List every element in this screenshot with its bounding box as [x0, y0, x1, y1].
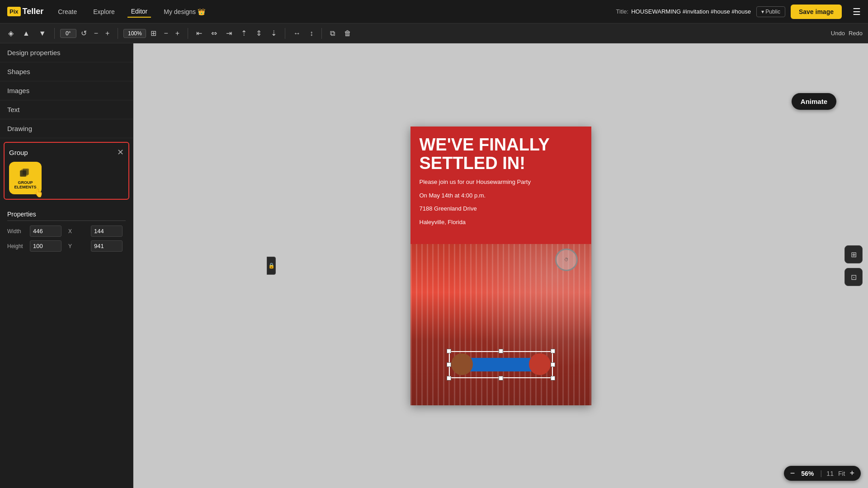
sidebar-item-design-properties[interactable]: Design properties [0, 43, 133, 62]
zoom-input[interactable] [123, 29, 146, 38]
handle-bottom-left[interactable] [447, 376, 451, 380]
x-input[interactable] [91, 225, 123, 237]
y-label: Y [68, 243, 88, 249]
flip-v-button[interactable]: ↕ [307, 28, 316, 39]
rotate-group: ↺ − + [60, 27, 113, 39]
align-top-button[interactable]: ⇡ [238, 27, 250, 39]
zoom-minus-btn[interactable]: − [161, 28, 170, 39]
element-options-button[interactable]: ⊡ [844, 268, 863, 286]
undo-redo-group: Undo Redo [831, 30, 863, 37]
toolbar: ◈ ▲ ▼ ↺ − + ⊞ − + ⇤ ⇔ ⇥ ⇡ ⇕ ⇣ ↔ ↕ ⧉ 🗑 Un… [0, 23, 868, 43]
title-label: Title: [616, 8, 629, 15]
group-panel-title: Group [9, 149, 28, 156]
align-right-button[interactable]: ⇥ [223, 27, 235, 39]
nav-explore[interactable]: Explore [90, 6, 118, 17]
align-bottom-button[interactable]: ⇣ [268, 27, 279, 39]
width-input[interactable] [30, 225, 61, 237]
zoom-bar: − 56% | 11 Fit + [784, 466, 861, 481]
rotate-input[interactable] [60, 29, 76, 38]
sidebar-item-text[interactable]: Text [0, 100, 133, 119]
title-value: HOUSEWARMING #invitation #house #house [631, 8, 751, 15]
clock-decoration: ⏱ [555, 249, 578, 271]
sidebar: Design properties Shapes Images Text Dra… [0, 43, 133, 488]
sidebar-item-shapes[interactable]: Shapes [0, 62, 133, 81]
main-layout: Design properties Shapes Images Text Dra… [0, 43, 868, 488]
menu-icon[interactable]: ☰ [853, 6, 861, 17]
height-label: Height [7, 243, 27, 249]
properties-title: Properties [7, 211, 126, 221]
group-circle-left [451, 353, 473, 375]
poster-detail-line2: 7188 Greenland Drive [420, 204, 582, 213]
handle-bottom-middle[interactable] [499, 376, 503, 380]
zoom-plus-btn[interactable]: + [173, 28, 182, 39]
zoom-out-button[interactable]: − [790, 469, 795, 478]
nav-mydesigns[interactable]: My designs 👑 [160, 6, 209, 17]
width-row: Width [7, 225, 65, 237]
move-up-button[interactable]: ▲ [20, 28, 33, 39]
redo-button[interactable]: Redo [849, 30, 863, 37]
handle-top-left[interactable] [447, 349, 451, 353]
logo-text: Teller [23, 7, 44, 16]
height-row: Height [7, 240, 65, 252]
plus-icon[interactable]: + [103, 28, 112, 39]
logo-box: Pix [7, 7, 21, 16]
add-element-button[interactable]: ⊞ [844, 245, 863, 263]
public-label: Public [765, 9, 780, 15]
selected-element-group[interactable] [449, 351, 553, 378]
canvas-area[interactable]: Animate WE'VE FINALLY SETTLED IN! Please… [133, 43, 868, 488]
toolbar-separator-3 [188, 28, 188, 39]
y-input[interactable] [91, 240, 123, 252]
align-center-v-button[interactable]: ⇕ [253, 27, 264, 39]
x-label: X [68, 228, 88, 235]
minus-icon[interactable]: − [91, 28, 101, 39]
nav-right: Title: HOUSEWARMING #invitation #house #… [616, 5, 861, 19]
rotate-reset-icon[interactable]: ↺ [78, 27, 90, 39]
poster-headline: WE'VE FINALLY SETTLED IN! [420, 136, 582, 174]
nav-editor[interactable]: Editor [127, 6, 151, 18]
height-input[interactable] [30, 240, 61, 252]
poster-red-section: WE'VE FINALLY SETTLED IN! Please join us… [410, 127, 591, 244]
toolbar-separator-2 [118, 28, 118, 39]
handle-top-middle[interactable] [499, 349, 503, 353]
duplicate-button[interactable]: ⧉ [327, 28, 338, 39]
handle-middle-left[interactable] [447, 362, 451, 367]
logo[interactable]: Pix Teller [7, 7, 43, 16]
align-center-h-button[interactable]: ⇔ [208, 27, 220, 39]
zoom-in-button[interactable]: + [849, 469, 854, 478]
group-panel-header: Group ✕ [9, 147, 124, 157]
design-canvas[interactable]: WE'VE FINALLY SETTLED IN! Please join us… [410, 127, 591, 405]
handle-top-right[interactable] [551, 349, 555, 353]
zoom-number: 11 [826, 470, 834, 477]
width-label: Width [7, 228, 27, 235]
zoom-percentage: 56% [799, 470, 816, 477]
properties-grid: Width X Height Y [7, 225, 126, 252]
group-elements-button[interactable]: GROUP ELEMENTS 👆 [9, 162, 42, 194]
move-down-button[interactable]: ▼ [36, 28, 49, 39]
handle-middle-right[interactable] [551, 362, 555, 367]
svg-rect-2 [21, 169, 28, 176]
zoom-fit-icon[interactable]: ⊞ [148, 27, 159, 39]
animate-button[interactable]: Animate [792, 93, 836, 110]
align-left-button[interactable]: ⇤ [193, 27, 205, 39]
x-row: X [68, 225, 126, 237]
zoom-fit-button[interactable]: Fit [838, 470, 845, 477]
poster-detail-line1: On May 14th at 4:00 p.m. [420, 191, 582, 200]
y-row: Y [68, 240, 126, 252]
poster-detail-line3: Haleyville, Florida [420, 218, 582, 227]
delete-button[interactable]: 🗑 [341, 28, 354, 39]
sidebar-item-images[interactable]: Images [0, 81, 133, 100]
save-image-button[interactable]: Save image [791, 5, 842, 19]
flip-h-button[interactable]: ↔ [291, 28, 303, 39]
chevron-down-icon: ▾ [761, 9, 764, 15]
undo-button[interactable]: Undo [831, 30, 845, 37]
handle-bottom-right[interactable] [551, 376, 555, 380]
layer-up-button[interactable]: ◈ [5, 27, 16, 39]
aspect-ratio-lock-button[interactable]: 🔒 [267, 257, 276, 275]
group-panel: Group ✕ GROUP ELEMENTS 👆 [4, 142, 129, 200]
group-panel-close-button[interactable]: ✕ [117, 147, 124, 157]
sidebar-item-drawing[interactable]: Drawing [0, 119, 133, 138]
public-button[interactable]: ▾ Public [756, 6, 785, 17]
group-circle-right [529, 353, 551, 375]
toolbar-separator-1 [54, 28, 55, 39]
nav-create[interactable]: Create [54, 6, 80, 17]
